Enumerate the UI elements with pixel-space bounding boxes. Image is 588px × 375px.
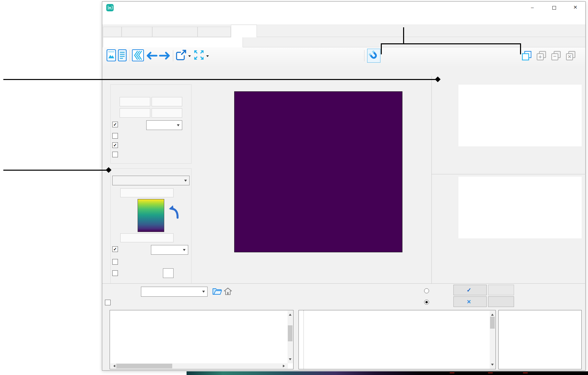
fix-middle-value-field[interactable] bbox=[163, 268, 174, 278]
annotation-coords-tick-left bbox=[381, 43, 382, 54]
y-max-field[interactable] bbox=[152, 108, 182, 118]
tab-template[interactable] bbox=[122, 27, 152, 37]
annotation-coords-stem bbox=[403, 27, 404, 44]
folder-list[interactable] bbox=[110, 310, 294, 369]
colorbar bbox=[138, 199, 164, 232]
back-button[interactable] bbox=[145, 51, 158, 60]
annotation-slices-line bbox=[3, 79, 437, 80]
list-view-radio[interactable] bbox=[424, 300, 429, 305]
file-list-vscrollbar[interactable] bbox=[490, 311, 495, 369]
vertical-slice-plot bbox=[458, 175, 586, 267]
annotation-colors-line bbox=[3, 170, 108, 171]
red-curve-fragment bbox=[488, 372, 493, 373]
minimize-button[interactable]: – bbox=[522, 2, 543, 14]
add-page-icon: + bbox=[536, 50, 547, 61]
fullscreen-button[interactable] bbox=[193, 49, 205, 61]
folder-list-vscrollbar[interactable] bbox=[288, 311, 293, 363]
heatmap-canvas[interactable] bbox=[234, 91, 402, 252]
export-icon bbox=[175, 49, 187, 61]
tab-simulation[interactable] bbox=[198, 27, 231, 37]
slices-icon bbox=[132, 49, 144, 62]
show-data-grid-checkbox[interactable] bbox=[112, 133, 118, 139]
color-max-field[interactable] bbox=[120, 188, 174, 197]
check-icon: ✓ bbox=[466, 287, 471, 294]
add-page-button[interactable]: + bbox=[536, 50, 547, 61]
maximize-button[interactable] bbox=[543, 2, 565, 14]
main-tabstrip bbox=[103, 24, 585, 37]
svg-text:✕: ✕ bbox=[568, 54, 572, 59]
hide-constant-checkbox[interactable] bbox=[112, 152, 118, 157]
home-icon[interactable] bbox=[224, 287, 232, 296]
copy-plot-button[interactable] bbox=[521, 50, 532, 61]
menu-bar bbox=[102, 14, 585, 24]
scroll-up-icon bbox=[289, 312, 292, 316]
scrollbar-thumb[interactable] bbox=[288, 325, 293, 341]
fix-middle-checkbox[interactable] bbox=[112, 270, 118, 276]
auto-scale-checkbox[interactable] bbox=[112, 246, 118, 252]
text-view-button[interactable] bbox=[118, 49, 127, 62]
close-page-icon: ✕ bbox=[565, 50, 576, 61]
open-folder-icon[interactable] bbox=[212, 287, 222, 296]
deselect-button[interactable] bbox=[488, 296, 514, 307]
forward-button[interactable] bbox=[159, 51, 172, 60]
select-button[interactable] bbox=[488, 285, 514, 295]
bottom-divider bbox=[102, 283, 586, 284]
toolbar-separator bbox=[364, 50, 364, 61]
file-tab[interactable] bbox=[103, 37, 243, 47]
panel-divider-vertical[interactable] bbox=[431, 76, 432, 284]
x-min-field[interactable] bbox=[120, 97, 150, 106]
colormap-select[interactable] bbox=[112, 176, 190, 185]
toolbar-separator bbox=[130, 50, 130, 61]
show-overlay-checkbox[interactable] bbox=[112, 142, 118, 148]
reverse-colormap-icon[interactable] bbox=[168, 204, 180, 219]
color-min-field[interactable] bbox=[120, 233, 174, 242]
toolbar-separator bbox=[173, 50, 173, 61]
export-dropdown-caret[interactable] bbox=[188, 55, 191, 58]
tab-template-beta[interactable] bbox=[152, 27, 198, 37]
snap-to-grid-button[interactable] bbox=[367, 49, 380, 63]
uncheck-icon: ✕ bbox=[467, 299, 471, 305]
scroll-up-icon bbox=[491, 312, 494, 316]
scrollbar-thumb[interactable] bbox=[116, 364, 172, 368]
y-min-field[interactable] bbox=[120, 108, 150, 118]
svg-text:−: − bbox=[553, 53, 557, 60]
auto-scale-select[interactable] bbox=[151, 245, 188, 255]
tree-view-radio[interactable] bbox=[424, 288, 429, 293]
magnet-icon bbox=[367, 49, 380, 62]
vertical-slice-ylabel bbox=[437, 163, 442, 224]
remove-page-icon: − bbox=[551, 50, 561, 61]
vertical-slice-canvas bbox=[458, 177, 582, 238]
main-plot-ylabel bbox=[215, 157, 220, 177]
dataset-list[interactable] bbox=[498, 310, 582, 369]
bottom-cutoff-image bbox=[187, 371, 588, 375]
scrollbar-thumb[interactable] bbox=[490, 317, 495, 329]
file-list[interactable] bbox=[298, 310, 496, 369]
slices-button[interactable] bbox=[132, 49, 144, 62]
simulation-dir-combo[interactable] bbox=[141, 287, 208, 297]
tab-output[interactable] bbox=[231, 25, 257, 37]
close-button[interactable]: ✕ bbox=[565, 2, 586, 14]
order-folders-checkbox[interactable] bbox=[105, 300, 111, 305]
title-bar: n – ✕ bbox=[102, 2, 585, 14]
tree-line bbox=[303, 310, 304, 369]
tab-input[interactable] bbox=[103, 27, 122, 37]
fullscreen-icon bbox=[193, 49, 205, 61]
auto-select-colormap-checkbox[interactable] bbox=[112, 259, 118, 265]
fullscreen-dropdown-caret[interactable] bbox=[206, 55, 209, 58]
check-button[interactable]: ✓ bbox=[453, 285, 487, 295]
uncheck-button[interactable]: ✕ bbox=[453, 296, 487, 307]
full-size-select[interactable] bbox=[146, 120, 182, 130]
plot-view-icon bbox=[106, 49, 116, 62]
remove-page-button[interactable]: − bbox=[551, 50, 561, 61]
folder-list-hscrollbar[interactable] bbox=[110, 363, 288, 369]
annotation-coords-tick-right bbox=[520, 43, 521, 54]
plot-view-button[interactable] bbox=[106, 49, 116, 62]
red-curve-fragment bbox=[450, 372, 454, 373]
close-page-button[interactable]: ✕ bbox=[565, 50, 576, 61]
export-button[interactable] bbox=[175, 49, 187, 61]
toolbar: + − ✕ bbox=[102, 47, 585, 67]
scroll-down-icon bbox=[289, 358, 292, 362]
x-max-field[interactable] bbox=[152, 97, 182, 106]
full-size-checkbox[interactable] bbox=[112, 122, 118, 127]
svg-text:n: n bbox=[109, 5, 111, 10]
